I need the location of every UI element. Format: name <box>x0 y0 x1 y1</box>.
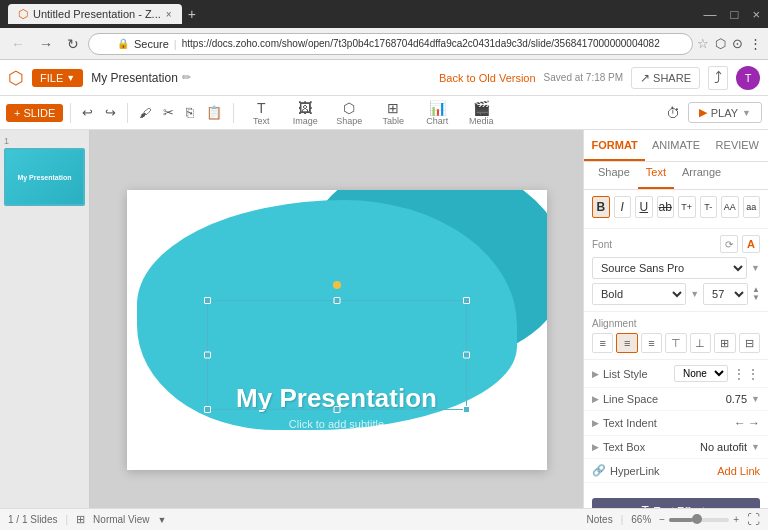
copy-button[interactable]: ⎘ <box>182 102 198 123</box>
menu-icon[interactable]: ⋮ <box>749 36 762 51</box>
add-slide-button[interactable]: + SLIDE <box>6 104 63 122</box>
user-avatar[interactable]: T <box>736 66 760 90</box>
zoom-slider-container: − + <box>659 514 739 525</box>
list-style-label: List Style <box>603 368 674 380</box>
file-dropdown-icon: ▼ <box>66 73 75 83</box>
redo-button[interactable]: ↪ <box>101 102 120 123</box>
table-tool-label: Table <box>383 116 405 126</box>
uppercase-button[interactable]: AA <box>721 196 739 218</box>
align-right-button[interactable]: ≡ <box>641 333 662 353</box>
zoom-in-icon[interactable]: + <box>733 514 739 525</box>
align-center-button[interactable]: ≡ <box>616 333 637 353</box>
add-link-button[interactable]: Add Link <box>717 465 760 477</box>
view-mode-label[interactable]: Normal View <box>93 514 150 525</box>
underline-button[interactable]: U <box>635 196 653 218</box>
share-button[interactable]: ↗ SHARE <box>631 67 700 89</box>
fullscreen-icon[interactable]: ⛶ <box>747 512 760 527</box>
media-tool-icon: 🎬 <box>473 100 490 116</box>
slide-subtitle[interactable]: Click to add subtitle <box>197 418 477 430</box>
more-align-button[interactable]: ⊟ <box>739 333 760 353</box>
tab-format[interactable]: FORMAT <box>584 130 645 161</box>
subtab-arrange[interactable]: Arrange <box>674 162 729 189</box>
add-slide-label: + SLIDE <box>14 107 55 119</box>
browser-tab[interactable]: ⬡ Untitled Presentation - Z... × <box>8 4 182 24</box>
tab-close-icon[interactable]: × <box>166 9 172 20</box>
new-tab-icon[interactable]: + <box>188 6 196 22</box>
file-button[interactable]: FILE ▼ <box>32 69 83 87</box>
italic-button[interactable]: I <box>614 196 632 218</box>
text-tool[interactable]: T Text <box>241 98 281 128</box>
text-indent-arrow[interactable]: ▶ <box>592 418 599 428</box>
back-to-old-version-link[interactable]: Back to Old Version <box>439 72 536 84</box>
text-indent-increase[interactable]: → <box>748 416 760 430</box>
notes-label[interactable]: Notes <box>587 514 613 525</box>
font-size-decrease[interactable]: ▼ <box>752 294 760 302</box>
list-style-arrow[interactable]: ▶ <box>592 369 599 379</box>
image-tool-label: Image <box>293 116 318 126</box>
chart-tool[interactable]: 📊 Chart <box>417 98 457 128</box>
align-bottom-button[interactable]: ⊞ <box>714 333 735 353</box>
font-style-dropdown[interactable]: Bold <box>592 283 686 305</box>
share-label: SHARE <box>653 72 691 84</box>
export-icon[interactable]: ⤴ <box>708 66 728 90</box>
forward-button[interactable]: → <box>34 34 58 54</box>
zoom-slider[interactable] <box>669 518 729 522</box>
zoom-thumb[interactable] <box>692 514 702 524</box>
font-reset-icon[interactable]: ⟳ <box>720 235 738 253</box>
pres-name-edit-icon[interactable]: ✏ <box>182 71 191 84</box>
timer-icon[interactable]: ⏱ <box>662 102 684 124</box>
shape-tool[interactable]: ⬡ Shape <box>329 98 369 128</box>
image-tool[interactable]: 🖼 Image <box>285 98 325 128</box>
play-icon: ▶ <box>699 106 707 119</box>
play-button[interactable]: ▶ PLAY ▼ <box>688 102 762 123</box>
align-middle-button[interactable]: ⊥ <box>690 333 711 353</box>
alignment-section: Alignment ≡ ≡ ≡ ⊤ ⊥ ⊞ ⊟ <box>584 312 768 360</box>
line-space-dropdown-arrow[interactable]: ▼ <box>751 394 760 404</box>
undo-button[interactable]: ↩ <box>78 102 97 123</box>
superscript-button[interactable]: T+ <box>678 196 696 218</box>
view-dropdown-arrow[interactable]: ▼ <box>158 515 167 525</box>
text-box-dropdown-arrow[interactable]: ▼ <box>751 442 760 452</box>
list-style-dropdown[interactable]: None <box>674 365 728 382</box>
strikethrough-button[interactable]: ab <box>657 196 675 218</box>
bold-button[interactable]: B <box>592 196 610 218</box>
tab-review[interactable]: REVIEW <box>707 130 768 161</box>
zoom-out-icon[interactable]: − <box>659 514 665 525</box>
bookmark-icon[interactable]: ☆ <box>697 36 709 51</box>
refresh-button[interactable]: ↻ <box>62 34 84 54</box>
slide-title[interactable]: My Presentation <box>197 383 477 414</box>
media-tool[interactable]: 🎬 Media <box>461 98 501 128</box>
tab-animate[interactable]: ANIMATE <box>645 130 706 161</box>
cut-button[interactable]: ✂ <box>159 102 178 123</box>
table-tool[interactable]: ⊞ Table <box>373 98 413 128</box>
view-mode-icon: ⊞ <box>76 513 85 526</box>
subtab-text[interactable]: Text <box>638 162 674 189</box>
font-name-dropdown[interactable]: Source Sans Pro <box>592 257 747 279</box>
tab-format-label: FORMAT <box>592 139 638 151</box>
font-color-icon[interactable]: A <box>742 235 760 253</box>
canvas-area[interactable]: My Presentation Click to add subtitle <box>90 130 583 530</box>
text-box-arrow[interactable]: ▶ <box>592 442 599 452</box>
slide-canvas[interactable]: My Presentation Click to add subtitle <box>127 190 547 470</box>
maximize-button[interactable]: □ <box>731 7 739 22</box>
font-section: Font ⟳ A Source Sans Pro ▼ Bold ▼ 57 <box>584 229 768 312</box>
minimize-button[interactable]: — <box>704 7 717 22</box>
paste-button[interactable]: 📋 <box>202 102 226 123</box>
align-left-button[interactable]: ≡ <box>592 333 613 353</box>
lowercase-button[interactable]: aa <box>743 196 761 218</box>
subscript-button[interactable]: T- <box>700 196 718 218</box>
line-space-arrow[interactable]: ▶ <box>592 394 599 404</box>
url-bar[interactable]: 🔒 Secure | https://docs.zoho.com/show/op… <box>88 33 693 55</box>
slide-thumbnail[interactable]: My Presentation <box>4 148 85 206</box>
back-button[interactable]: ← <box>6 34 30 54</box>
close-button[interactable]: × <box>752 7 760 22</box>
text-indent-decrease[interactable]: ← <box>734 416 746 430</box>
profile-icon[interactable]: ⊙ <box>732 36 743 51</box>
extensions-icon[interactable]: ⬡ <box>715 36 726 51</box>
tab-review-label: REVIEW <box>716 139 759 151</box>
subtab-shape[interactable]: Shape <box>590 162 638 189</box>
align-top-button[interactable]: ⊤ <box>665 333 686 353</box>
list-style-more-icon[interactable]: ⋮⋮ <box>732 366 760 382</box>
font-size-dropdown[interactable]: 57 <box>703 283 748 305</box>
format-painter-button[interactable]: 🖌 <box>135 103 155 123</box>
